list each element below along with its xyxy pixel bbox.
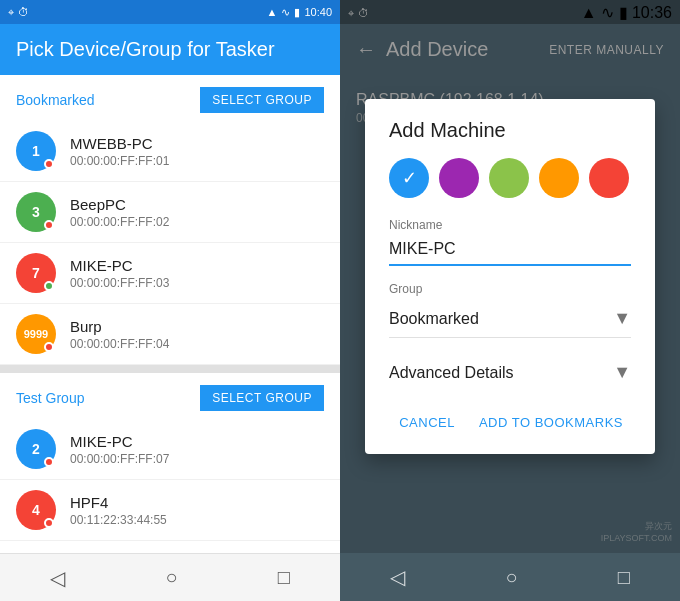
advanced-label: Advanced Details [389,364,514,382]
device-burp[interactable]: 9999 Burp 00:00:00:FF:FF:04 [0,304,340,365]
device-mikepc-1[interactable]: 7 MIKE-PC 00:00:00:FF:FF:03 [0,243,340,304]
device-info-mwebb: MWEBB-PC 00:00:00:FF:FF:01 [70,135,324,168]
color-green[interactable] [489,158,529,198]
color-blue[interactable]: ✓ [389,158,429,198]
device-name-hpf4: HPF4 [70,494,324,511]
device-mac-burp: 00:00:00:FF:FF:04 [70,337,324,351]
device-hpf4[interactable]: 4 HPF4 00:11:22:33:44:55 [0,480,340,541]
left-home-btn[interactable]: ○ [145,558,197,597]
avatar-beeppc: 3 [16,192,56,232]
right-recent-btn[interactable]: □ [598,558,650,597]
bluetooth-icon: ⌖ [8,6,14,19]
avatar-id-mikepc-2: 2 [32,441,40,457]
left-header-title: Pick Device/Group for Tasker [16,38,275,60]
avatar-id-mikepc-1: 7 [32,265,40,281]
left-header: Pick Device/Group for Tasker [0,24,340,75]
left-content: Bookmarked SELECT GROUP 1 MWEBB-PC 00:00… [0,75,340,553]
left-recent-btn[interactable]: □ [258,558,310,597]
time-left: 10:40 [304,6,332,18]
avatar-mikepc-1: 7 [16,253,56,293]
device-beeppc[interactable]: 3 BeepPC 00:00:00:FF:FF:02 [0,182,340,243]
avatar-id-beeppc: 3 [32,204,40,220]
group-label: Group [389,282,631,296]
dialog-actions: CANCEL ADD TO BOOKMARKS [389,399,631,438]
status-dot-mwebb [44,159,54,169]
avatar-mwebb: 1 [16,131,56,171]
device-info-mikepc-2: MIKE-PC 00:00:00:FF:FF:07 [70,433,324,466]
device-mac-mikepc-1: 00:00:00:FF:FF:03 [70,276,324,290]
left-back-btn[interactable]: ◁ [30,558,85,598]
right-home-btn[interactable]: ○ [485,558,537,597]
group-value: Bookmarked [389,310,479,328]
left-status-bar: ⌖ ⏱ ▲ ∿ ▮ 10:40 [0,0,340,24]
avatar-mikepc-2: 2 [16,429,56,469]
dialog-overlay: Add Machine ✓ Nickname Group Bookmarked … [340,0,680,553]
device-mac-mwebb: 00:00:00:FF:FF:01 [70,154,324,168]
device-mwebb[interactable]: 1 MWEBB-PC 00:00:00:FF:FF:01 [0,121,340,182]
device-name-mikepc-2: MIKE-PC [70,433,324,450]
select-group-bookmarked-btn[interactable]: SELECT GROUP [200,87,324,113]
status-dot-mikepc-1 [44,281,54,291]
device-mac-beeppc: 00:00:00:FF:FF:02 [70,215,324,229]
bookmarked-label: Bookmarked [16,92,95,108]
status-dot-beeppc [44,220,54,230]
device-mac-hpf4: 00:11:22:33:44:55 [70,513,324,527]
right-panel: ⌖ ⏱ ▲ ∿ ▮ 10:36 ← Add Device ENTER MANUA… [340,0,680,601]
avatar-burp: 9999 [16,314,56,354]
avatar-id-mwebb: 1 [32,143,40,159]
signal-icon: ▲ [267,6,278,18]
nickname-input[interactable] [389,236,631,266]
status-icons-left: ⌖ ⏱ [8,6,29,19]
group-dropdown[interactable]: Bookmarked ▼ [389,300,631,338]
status-dot-mikepc-2 [44,457,54,467]
device-mikepc-2[interactable]: 2 MIKE-PC 00:00:00:FF:FF:07 [0,419,340,480]
select-group-test-btn[interactable]: SELECT GROUP [200,385,324,411]
left-panel: ⌖ ⏱ ▲ ∿ ▮ 10:40 Pick Device/Group for Ta… [0,0,340,601]
test-group-label: Test Group [16,390,84,406]
advanced-chevron-icon: ▼ [613,362,631,383]
avatar-hpf4: 4 [16,490,56,530]
color-red[interactable] [589,158,629,198]
device-info-burp: Burp 00:00:00:FF:FF:04 [70,318,324,351]
device-name-mikepc-1: MIKE-PC [70,257,324,274]
battery-icon: ▮ [294,6,300,19]
nickname-label: Nickname [389,218,631,232]
status-dot-burp [44,342,54,352]
color-orange[interactable] [539,158,579,198]
add-to-bookmarks-button[interactable]: ADD TO BOOKMARKS [471,407,631,438]
group-dropdown-arrow: ▼ [613,308,631,329]
avatar-id-hpf4: 4 [32,502,40,518]
avatar-id-burp: 9999 [24,328,48,340]
right-nav-bar: ◁ ○ □ [340,553,680,601]
section-divider [0,365,340,373]
wifi-icon: ∿ [281,6,290,19]
test-group-section: Test Group SELECT GROUP 2 MIKE-PC 00:00:… [0,373,340,541]
add-machine-dialog: Add Machine ✓ Nickname Group Bookmarked … [365,99,655,454]
device-name-burp: Burp [70,318,324,335]
alarm-icon: ⏱ [18,6,29,18]
left-nav-bar: ◁ ○ □ [0,553,340,601]
status-right: ▲ ∿ ▮ 10:40 [267,6,332,19]
device-info-mikepc-1: MIKE-PC 00:00:00:FF:FF:03 [70,257,324,290]
bookmarked-section: Bookmarked SELECT GROUP 1 MWEBB-PC 00:00… [0,75,340,365]
device-info-beeppc: BeepPC 00:00:00:FF:FF:02 [70,196,324,229]
status-dot-hpf4 [44,518,54,528]
color-purple[interactable] [439,158,479,198]
dialog-title: Add Machine [389,119,631,142]
color-picker: ✓ [389,158,631,198]
right-back-btn[interactable]: ◁ [370,557,425,597]
device-name-mwebb: MWEBB-PC [70,135,324,152]
cancel-button[interactable]: CANCEL [391,407,463,438]
advanced-details-toggle[interactable]: Advanced Details ▼ [389,354,631,391]
device-info-hpf4: HPF4 00:11:22:33:44:55 [70,494,324,527]
bookmarked-header: Bookmarked SELECT GROUP [0,75,340,121]
device-mac-mikepc-2: 00:00:00:FF:FF:07 [70,452,324,466]
test-group-header: Test Group SELECT GROUP [0,373,340,419]
device-name-beeppc: BeepPC [70,196,324,213]
